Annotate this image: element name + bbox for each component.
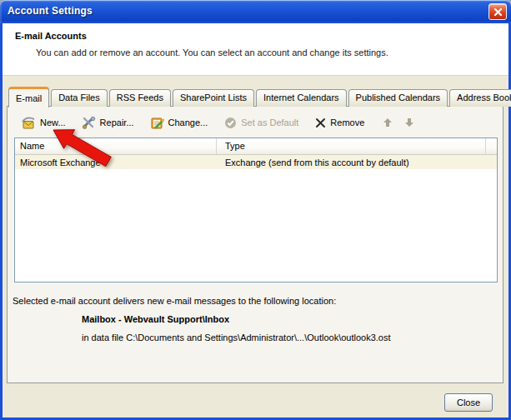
column-header-type[interactable]: Type	[217, 138, 497, 154]
close-dialog-button[interactable]: Close	[444, 393, 493, 412]
tab-internet-calendars[interactable]: Internet Calendars	[256, 89, 347, 107]
email-tab-panel: New... Repair...	[7, 106, 503, 383]
account-name: Microsoft Exchange	[15, 158, 217, 168]
set-as-default-label: Set as Default	[241, 118, 298, 128]
repair-tools-icon	[83, 117, 96, 129]
delivery-intro-text: Selected e-mail account delivers new e-m…	[13, 296, 336, 306]
remove-label: Remove	[330, 118, 364, 128]
change-notepad-icon	[151, 117, 164, 129]
tab-published-calendars[interactable]: Published Calendars	[348, 89, 448, 107]
tab-strip: E-mail Data Files RSS Feeds SharePoint L…	[8, 87, 511, 107]
title-bar[interactable]: Account Settings	[0, 0, 511, 23]
new-account-button[interactable]: New...	[16, 115, 71, 131]
remove-account-button[interactable]: Remove	[310, 116, 369, 130]
default-check-icon	[224, 117, 237, 129]
remove-x-icon	[315, 118, 326, 128]
move-down-button[interactable]	[401, 116, 418, 129]
move-up-button[interactable]	[379, 116, 396, 129]
move-up-icon	[383, 118, 393, 128]
account-type: Exchange (send from this account by defa…	[217, 158, 497, 168]
set-as-default-button[interactable]: Set as Default	[219, 115, 303, 131]
list-header: Name Type	[15, 138, 497, 155]
tab-sharepoint-lists[interactable]: SharePoint Lists	[173, 89, 254, 107]
column-header-name[interactable]: Name	[15, 138, 217, 154]
new-label: New...	[40, 118, 66, 128]
accounts-list: Name Type Microsoft Exchange Exchange (s…	[14, 138, 498, 282]
header-band: E-mail Accounts You can add or remove an…	[3, 23, 508, 76]
repair-account-button[interactable]: Repair...	[78, 115, 139, 131]
tab-email[interactable]: E-mail	[8, 87, 49, 108]
delivery-mailbox-text: Mailbox - Webvault Support\Inbox	[82, 314, 229, 324]
account-row-microsoft-exchange[interactable]: Microsoft Exchange Exchange (send from t…	[15, 155, 497, 169]
change-account-button[interactable]: Change...	[146, 115, 213, 131]
close-icon	[493, 8, 503, 17]
delivery-data-file-text: in data file C:\Documents and Settings\A…	[82, 332, 391, 342]
header-end-divider	[485, 138, 486, 155]
change-label: Change...	[168, 118, 208, 128]
tab-rss-feeds[interactable]: RSS Feeds	[109, 89, 171, 107]
window-title: Account Settings	[8, 5, 93, 17]
new-mail-icon	[21, 117, 36, 129]
account-settings-dialog: Account Settings E-mail Accounts You can…	[0, 0, 511, 420]
tab-data-files[interactable]: Data Files	[51, 89, 108, 107]
section-description: You can add or remove an account. You ca…	[36, 48, 388, 58]
tab-address-books[interactable]: Address Books	[449, 89, 511, 107]
window-close-button[interactable]	[488, 3, 507, 20]
section-title: E-mail Accounts	[15, 31, 87, 41]
move-down-icon	[404, 118, 414, 128]
accounts-toolbar: New... Repair...	[16, 113, 418, 132]
repair-label: Repair...	[100, 118, 134, 128]
